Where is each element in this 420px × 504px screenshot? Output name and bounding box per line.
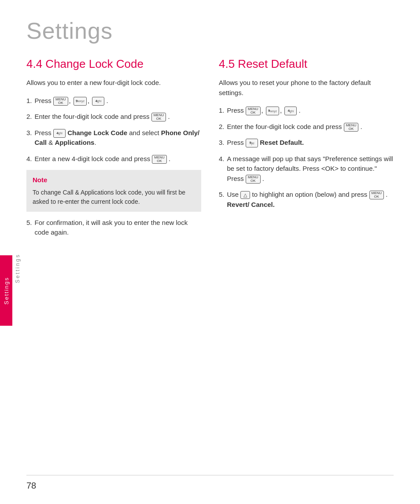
change-lock-code-label: Change Lock Code — [67, 129, 127, 136]
sidebar-label-area: Settings — [13, 220, 22, 317]
key-4-ghi-2: 4ghi — [53, 129, 66, 138]
step-45-2: 2. Enter the four-digit lock code and pr… — [219, 122, 394, 132]
step-num: 2. — [26, 112, 32, 122]
key-9-wxyz-r: 9wxyz — [266, 107, 279, 115]
step-44-2: 2. Enter the four-digit lock code and pr… — [26, 112, 201, 122]
step-num: 4. — [26, 154, 32, 164]
page-title: Settings — [0, 0, 420, 53]
step-content: Press 5jkl Reset Default. — [227, 138, 394, 148]
step-45-1: 1. Press MENUOK, 9wxyz, 4ghi . — [219, 106, 394, 116]
key-9-wxyz: 9wxyz — [74, 97, 87, 106]
step-content: Press MENUOK, 9wxyz, 4ghi . — [35, 96, 201, 106]
step-45-3: 3. Press 5jkl Reset Default. — [219, 138, 394, 148]
section-45-column: 4.5 Reset Default Allows you to reset yo… — [219, 57, 394, 244]
step-content: Press MENUOK, 9wxyz, 4ghi . — [227, 106, 394, 116]
note-title: Note — [33, 175, 195, 185]
menu-ok-key-3: MENUOK — [152, 155, 167, 164]
step-num: 1. — [26, 96, 32, 106]
step-44-4: 4. Enter a new 4-digit lock code and pre… — [26, 154, 201, 164]
sidebar-label-text: Settings — [15, 254, 21, 283]
step-44-1: 1. Press MENUOK, 9wxyz, 4ghi . — [26, 96, 201, 106]
menu-ok-key-r4: MENUOK — [246, 175, 261, 184]
step-content: For confirmation, it will ask you to ent… — [35, 218, 201, 238]
step-content: Enter the four-digit lock code and press… — [227, 122, 394, 132]
menu-ok-key-r1: MENUOK — [246, 107, 261, 115]
page-number: 78 — [26, 481, 36, 491]
section-44-title: 4.4 Change Lock Code — [26, 57, 201, 71]
step-num: 1. — [219, 106, 225, 116]
sidebar-tab: Settings — [0, 255, 12, 326]
step-num: 2. — [219, 122, 225, 132]
step-content: Enter a new 4-digit lock code and press … — [35, 154, 201, 164]
menu-ok-key-r2: MENUOK — [344, 123, 359, 132]
step-content: Press 4ghi Change Lock Code and select P… — [35, 128, 201, 148]
step-content: A message will pop up that says "Prefere… — [227, 154, 394, 184]
key-4-ghi: 4ghi — [92, 97, 104, 106]
menu-ok-key-2: MENUOK — [151, 113, 166, 121]
applications-label: Applications — [55, 139, 94, 146]
note-text: To change Call & Applications lock code,… — [33, 188, 195, 206]
key-5-jkl: 5jkl — [246, 139, 258, 147]
step-content: Use △ to highlight an option (below) and… — [227, 190, 394, 210]
note-box: Note To change Call & Applications lock … — [26, 170, 201, 212]
nav-arrow-icon: △ — [240, 191, 250, 199]
step-44-5: 5. For confirmation, it will ask you to … — [26, 218, 201, 238]
menu-ok-key: MENUOK — [53, 97, 68, 106]
step-num: 5. — [26, 218, 32, 238]
step-content: Enter the four-digit lock code and press… — [35, 112, 201, 122]
reset-default-label: Reset Default. — [260, 139, 304, 146]
revert-cancel-label: Revert/ Cancel. — [227, 201, 275, 208]
sidebar-tab-text: Settings — [3, 277, 10, 305]
section-45-intro: Allows you to reset your phone to the fa… — [219, 78, 394, 98]
section-45-title: 4.5 Reset Default — [219, 57, 394, 71]
step-num: 3. — [219, 138, 225, 148]
key-4-ghi-r: 4ghi — [284, 107, 297, 115]
step-44-3: 3. Press 4ghi Change Lock Code and selec… — [26, 128, 201, 148]
section-44-intro: Allows you to enter a new four-digit loc… — [26, 78, 201, 88]
step-45-4: 4. A message will pop up that says "Pref… — [219, 154, 394, 184]
step-num: 3. — [26, 128, 32, 148]
menu-ok-key-r5: MENUOK — [369, 191, 384, 199]
step-45-5: 5. Use △ to highlight an option (below) … — [219, 190, 394, 210]
bottom-divider — [26, 475, 394, 475]
step-num: 5. — [219, 190, 225, 210]
content-area: 4.4 Change Lock Code Allows you to enter… — [0, 53, 420, 244]
step-num: 4. — [219, 154, 225, 184]
section-44-column: 4.4 Change Lock Code Allows you to enter… — [26, 57, 201, 244]
